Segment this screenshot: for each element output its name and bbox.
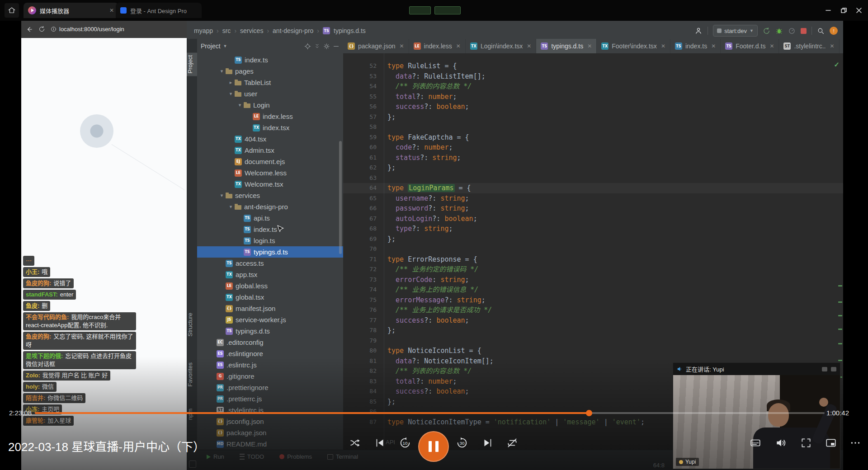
- code-line[interactable]: 73 errorCode: string;: [343, 275, 843, 285]
- repeat-off-button[interactable]: [503, 434, 521, 452]
- settings-gear-icon[interactable]: [323, 43, 330, 50]
- tab-list-dropdown-icon[interactable]: ▼: [840, 43, 843, 49]
- statusbar-tool-problems[interactable]: Problems: [279, 453, 312, 460]
- previous-button[interactable]: [371, 434, 389, 452]
- address-bar[interactable]: localhost:8000/user/login: [51, 26, 124, 33]
- code-line[interactable]: 78};: [343, 325, 843, 336]
- tree-item[interactable]: TSaccess.ts: [197, 258, 343, 269]
- profiler-icon[interactable]: [788, 27, 796, 35]
- tree-item[interactable]: PR.prettierrc.js: [197, 393, 343, 404]
- tree-item[interactable]: ▾Login: [197, 99, 343, 111]
- breadcrumb-item[interactable]: typings.d.ts: [334, 27, 366, 34]
- close-tab-icon[interactable]: ✕: [527, 43, 531, 49]
- chevron-open-icon[interactable]: ▾: [227, 91, 235, 97]
- code-line[interactable]: 68 type?: string;: [343, 224, 843, 234]
- stripe-tab-structure[interactable]: Structure: [187, 313, 197, 337]
- tree-item[interactable]: ▾pages: [197, 66, 343, 77]
- statusbar-tool-run[interactable]: Run: [207, 453, 224, 460]
- webcam-overlay[interactable]: 正在讲话: Yupi Yupi: [673, 362, 840, 469]
- code-line[interactable]: 71type ErrorResponse = {: [343, 254, 843, 265]
- editor-tab[interactable]: TSindex.ts✕: [670, 39, 721, 53]
- tree-item[interactable]: LEindex.less: [197, 111, 343, 122]
- code-line[interactable]: 79: [343, 336, 843, 346]
- tree-item[interactable]: TXWelcome.tsx: [197, 179, 343, 190]
- tree-item[interactable]: ES.eslintrc.js: [197, 359, 343, 371]
- close-tab-icon[interactable]: ✕: [661, 43, 665, 49]
- tree-item[interactable]: MDREADME.md: [197, 438, 343, 450]
- tree-item[interactable]: TXapp.tsx: [197, 269, 343, 280]
- forward-30-button[interactable]: 30: [453, 434, 471, 452]
- update-icon[interactable]: ↑: [830, 27, 838, 35]
- close-tab-icon[interactable]: ✕: [400, 43, 404, 49]
- minimize-button[interactable]: [821, 4, 835, 17]
- code-line[interactable]: 66 password?: string;: [343, 203, 843, 214]
- tree-item[interactable]: TXAdmin.tsx: [197, 145, 343, 156]
- tab-media-player[interactable]: 媒体播放器 ✕: [24, 3, 118, 18]
- home-button[interactable]: [5, 3, 19, 18]
- tab-ant-design-pro[interactable]: 登录 - Ant Design Pro: [116, 3, 202, 18]
- editor-tab[interactable]: TStypings.d.ts✕: [536, 39, 597, 53]
- seek-bar[interactable]: [35, 412, 825, 414]
- shuffle-button[interactable]: [347, 434, 365, 452]
- code-line[interactable]: 80type NoticeIconList = {: [343, 346, 843, 356]
- chevron-open-icon[interactable]: ▾: [236, 102, 244, 108]
- code-line[interactable]: 62};: [343, 163, 843, 173]
- code-line[interactable]: 69};: [343, 234, 843, 244]
- code-line[interactable]: 67 autoLogin?: boolean;: [343, 214, 843, 224]
- code-line[interactable]: 59type FakeCaptcha = {: [343, 132, 843, 143]
- tree-item[interactable]: {}package.json: [197, 427, 343, 438]
- refresh-icon[interactable]: [38, 26, 45, 33]
- tree-item[interactable]: EC.editorconfig: [197, 337, 343, 348]
- close-tab-icon[interactable]: ✕: [109, 7, 114, 14]
- code-line[interactable]: 65 username?: string;: [343, 193, 843, 204]
- breadcrumb-item[interactable]: myapp: [194, 27, 213, 34]
- tree-item[interactable]: LEWelcome.less: [197, 167, 343, 179]
- code-line[interactable]: 57};: [343, 112, 843, 122]
- close-tab-icon[interactable]: ✕: [456, 43, 461, 49]
- tree-item[interactable]: ST.stylelintrc.js: [197, 404, 343, 416]
- chevron-open-icon[interactable]: ▾: [218, 193, 226, 198]
- statusbar-tool-todo[interactable]: TODO: [240, 453, 264, 460]
- code-line[interactable]: 64type LoginParams = {: [343, 183, 843, 193]
- code-line[interactable]: 54 /** 列表的内容总数 */: [343, 81, 843, 92]
- code-line[interactable]: 75 errorMessage?: string;: [343, 295, 843, 306]
- breadcrumb-item[interactable]: ant-design-pro: [273, 27, 313, 34]
- tree-item[interactable]: TXglobal.tsx: [197, 291, 343, 303]
- stop-icon[interactable]: [801, 28, 807, 34]
- code-line[interactable]: 55 total?: number;: [343, 92, 843, 102]
- hide-panel-icon[interactable]: [333, 43, 340, 50]
- tree-item[interactable]: TStypings.d.ts: [197, 325, 343, 337]
- breadcrumb-item[interactable]: src: [222, 27, 231, 34]
- code-line[interactable]: 61 status?: string;: [343, 153, 843, 163]
- code-line[interactable]: 53 data?: RuleListItem[];: [343, 71, 843, 82]
- mini-player-button[interactable]: [822, 434, 840, 452]
- chevron-open-icon[interactable]: ▾: [227, 204, 235, 210]
- code-line[interactable]: 58: [343, 122, 843, 132]
- tree-item[interactable]: TXindex.tsx: [197, 122, 343, 133]
- close-tab-icon[interactable]: ✕: [769, 43, 774, 49]
- editor-tab[interactable]: TXFooter\index.tsx✕: [597, 39, 670, 53]
- restore-button[interactable]: [836, 4, 851, 17]
- breadcrumb-item[interactable]: services: [240, 27, 263, 34]
- run-icon[interactable]: [763, 27, 770, 35]
- tree-item[interactable]: ▾ant-design-pro: [197, 201, 343, 212]
- editor-tab[interactable]: LEindex.less✕: [409, 39, 466, 53]
- next-button[interactable]: [479, 434, 497, 452]
- user-icon[interactable]: [694, 27, 703, 35]
- inspection-ok-icon[interactable]: ✓: [834, 61, 840, 69]
- collapse-all-icon[interactable]: [314, 43, 321, 50]
- tree-item[interactable]: PR.prettierignore: [197, 382, 343, 393]
- chevron-closed-icon[interactable]: ▸: [227, 80, 235, 85]
- volume-button[interactable]: [772, 434, 790, 452]
- close-tab-icon[interactable]: ✕: [830, 43, 834, 49]
- tree-item[interactable]: {}manifest.json: [197, 303, 343, 314]
- tree-item[interactable]: TSindex.ts: [197, 224, 343, 235]
- statusbar-tool-terminal[interactable]: Terminal: [327, 453, 358, 460]
- project-scrollbar[interactable]: [339, 141, 342, 254]
- rewind-10-button[interactable]: 10: [396, 434, 414, 452]
- code-line[interactable]: 52type RuleList = {: [343, 61, 843, 71]
- breadcrumb[interactable]: myapp›src›services›ant-design-pro›TStypi…: [187, 27, 366, 34]
- close-tab-icon[interactable]: ✕: [711, 43, 716, 49]
- editor-tab[interactable]: ST.stylelintrc..✕: [779, 39, 839, 53]
- locate-icon[interactable]: [304, 43, 311, 50]
